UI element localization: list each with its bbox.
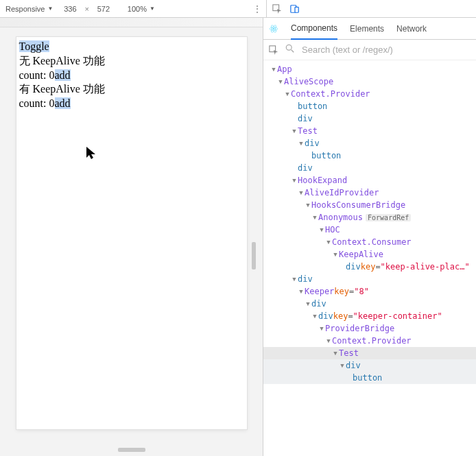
search-bar <box>263 40 476 60</box>
has-keepalive-text: 有 KeepAlive 功能 <box>19 82 244 97</box>
dimensions: × <box>60 5 113 13</box>
resize-handle-right[interactable] <box>252 242 256 269</box>
component-name: Keeper <box>305 287 334 296</box>
tree-row[interactable]: ▼div <box>263 273 476 285</box>
toggle-device-icon[interactable] <box>290 4 300 14</box>
search-icon <box>285 44 295 56</box>
height-input[interactable] <box>93 5 114 13</box>
tree-row[interactable]: div <box>263 112 476 125</box>
inspect-icon[interactable] <box>269 45 278 55</box>
svg-rect-2 <box>295 7 298 12</box>
tree-row[interactable]: ▼AliveIdProvider <box>263 187 476 199</box>
tree-row[interactable]: ▼Context.Provider <box>263 88 476 100</box>
cursor-icon <box>85 145 97 164</box>
component-name: HOC <box>325 225 340 235</box>
component-tree[interactable]: ▼App▼AliveScope▼Context.Providerbuttondi… <box>263 60 476 456</box>
add-button-2[interactable]: add <box>55 97 71 109</box>
zoom-dropdown[interactable]: 100% ▼ <box>128 5 155 13</box>
component-name: KeepAlive <box>339 250 383 259</box>
expand-icon[interactable]: ▼ <box>311 313 318 320</box>
tree-row[interactable]: ▼div <box>263 137 476 149</box>
key-attr: key="keeper-container" <box>333 311 442 321</box>
expand-icon[interactable]: ▼ <box>305 300 311 307</box>
expand-icon[interactable]: ▼ <box>284 91 291 97</box>
element-name: div <box>298 163 313 173</box>
toggle-button[interactable]: Toggle <box>19 40 49 52</box>
tree-row[interactable]: ▼div <box>263 298 476 310</box>
react-devtools-icon <box>269 24 278 34</box>
select-element-icon[interactable] <box>272 4 282 14</box>
component-name: AliveScope <box>284 77 333 86</box>
tree-row[interactable]: ▼Test <box>263 347 476 359</box>
tab-network[interactable]: Network <box>396 19 427 39</box>
expand-icon[interactable]: ▼ <box>325 337 332 344</box>
viewport-wrap: Toggle 无 KeepAlive 功能 count: 0add 有 Keep… <box>0 27 263 456</box>
tree-row[interactable]: button <box>263 149 476 162</box>
expand-icon[interactable]: ▼ <box>332 350 339 357</box>
tree-row[interactable]: div key="keep-alive-plac…" <box>263 261 476 273</box>
tree-row[interactable]: ▼AliveScope <box>263 75 476 88</box>
tree-row[interactable]: ▼HOC <box>263 224 476 236</box>
expand-icon[interactable]: ▼ <box>298 140 305 147</box>
tree-row[interactable]: ▼HookExpand <box>263 174 476 187</box>
expand-icon[interactable]: ▼ <box>270 66 277 73</box>
component-name: HookExpand <box>298 176 347 185</box>
expand-icon[interactable]: ▼ <box>339 362 346 369</box>
tree-row[interactable]: ▼ProviderBridge <box>263 322 476 335</box>
expand-icon[interactable]: ▼ <box>311 214 318 221</box>
element-name: button <box>311 151 341 160</box>
dim-separator: × <box>84 5 88 13</box>
component-name: HooksConsumerBridge <box>311 200 405 210</box>
expand-icon[interactable]: ▼ <box>291 177 298 184</box>
tree-row[interactable]: ▼Keeper key="8" <box>263 285 476 298</box>
expand-icon[interactable]: ▼ <box>318 226 325 233</box>
expand-icon[interactable]: ▼ <box>291 128 298 134</box>
key-attr: key="8" <box>334 287 369 296</box>
expand-icon[interactable]: ▼ <box>318 325 325 332</box>
element-name: div <box>298 114 313 123</box>
tree-row[interactable]: ▼AnonymousForwardRef <box>263 211 476 224</box>
more-options-icon[interactable]: ⋮ <box>248 3 266 14</box>
svg-point-8 <box>286 45 291 50</box>
component-name: App <box>277 64 292 74</box>
element-name: button <box>353 373 382 383</box>
tree-row[interactable]: ▼App <box>263 63 476 75</box>
tree-row[interactable]: div <box>263 162 476 174</box>
tab-components[interactable]: Components <box>291 18 337 40</box>
toolbar-right <box>267 4 305 14</box>
chevron-down-icon: ▼ <box>150 5 155 12</box>
tree-row[interactable]: ▼HooksConsumerBridge <box>263 199 476 211</box>
expand-icon[interactable]: ▼ <box>298 288 305 295</box>
tree-row[interactable]: ▼div <box>263 359 476 372</box>
tab-elements[interactable]: Elements <box>350 19 384 39</box>
element-name: div <box>346 361 361 370</box>
tree-row[interactable]: ▼Context.Consumer <box>263 236 476 248</box>
expand-icon[interactable]: ▼ <box>277 78 284 85</box>
simulated-viewport[interactable]: Toggle 无 KeepAlive 功能 count: 0add 有 Keep… <box>16 37 247 429</box>
tree-row[interactable]: ▼Context.Provider <box>263 335 476 347</box>
component-name: Test <box>339 348 359 358</box>
tree-row[interactable]: ▼Test <box>263 125 476 137</box>
tree-row[interactable]: ▼div key="keeper-container" <box>263 310 476 322</box>
search-input[interactable] <box>302 45 471 55</box>
expand-icon[interactable]: ▼ <box>291 276 298 283</box>
tree-row[interactable]: button <box>263 372 476 384</box>
responsive-label: Responsive <box>5 5 45 13</box>
tree-row[interactable]: ▼KeepAlive <box>263 248 476 261</box>
main-split: Toggle 无 KeepAlive 功能 count: 0add 有 Keep… <box>0 18 476 456</box>
tree-row[interactable]: button <box>263 100 476 112</box>
expand-icon[interactable]: ▼ <box>332 251 339 258</box>
devtools-tabs: Components Elements Network <box>263 18 476 40</box>
forwardref-badge: ForwardRef <box>366 214 411 221</box>
expand-icon[interactable]: ▼ <box>325 239 332 245</box>
width-input[interactable] <box>60 5 80 13</box>
ruler <box>0 18 263 27</box>
expand-icon[interactable]: ▼ <box>305 202 311 208</box>
resize-handle-bottom[interactable] <box>118 448 145 452</box>
add-button-1[interactable]: add <box>55 69 71 81</box>
expand-icon[interactable]: ▼ <box>298 189 305 196</box>
element-name: div <box>298 274 313 284</box>
responsive-dropdown[interactable]: Responsive ▼ <box>5 5 53 13</box>
left-pane: Toggle 无 KeepAlive 功能 count: 0add 有 Keep… <box>0 18 263 456</box>
devtools-pane: Components Elements Network ▼App▼AliveSc… <box>263 18 476 456</box>
